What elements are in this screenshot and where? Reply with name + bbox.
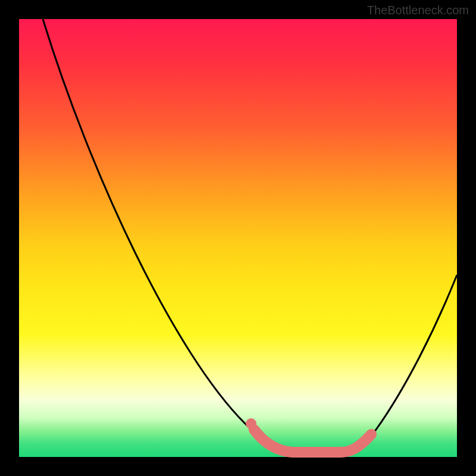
- optimal-range-marker: [254, 430, 371, 452]
- curve-line: [43, 19, 457, 452]
- marker-dot-2: [253, 429, 264, 440]
- attribution-text: TheBottleneck.com: [367, 4, 469, 17]
- chart-frame: TheBottleneck.com: [0, 0, 476, 476]
- bottleneck-curve: [19, 19, 457, 457]
- marker-dot-1: [246, 418, 256, 429]
